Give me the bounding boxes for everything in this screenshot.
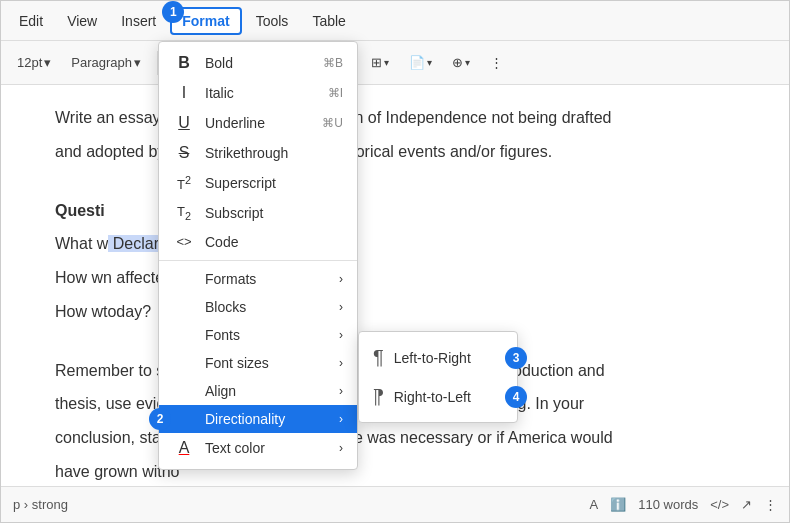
format-directionality[interactable]: 2 Directionality › <box>159 405 357 433</box>
subscript-label: Subscript <box>205 205 343 221</box>
format-formats[interactable]: Formats › <box>159 265 357 293</box>
format-fonts[interactable]: Fonts › <box>159 321 357 349</box>
underline-shortcut: ⌘U <box>322 116 343 130</box>
question-2: How wn affected? <box>55 265 735 291</box>
ltr-label: Left-to-Right <box>394 350 471 366</box>
toolbar: 12pt ▾ Paragraph ▾ A▾ T²▾ 🔗▾ 🖼️▾ ⊞▾ 📄▾ ⊕… <box>1 41 789 85</box>
text-color-icon: A <box>173 439 195 457</box>
formats-arrow: › <box>339 272 343 286</box>
bold-shortcut: ⌘B <box>323 56 343 70</box>
info-icon[interactable]: ℹ️ <box>610 497 626 512</box>
italic-shortcut: ⌘I <box>328 86 343 100</box>
step-1-badge: 1 <box>162 1 184 23</box>
font-sizes-arrow: › <box>339 356 343 370</box>
format-underline[interactable]: U Underline ⌘U <box>159 108 357 138</box>
toolbar-embed[interactable]: ⊕▾ <box>444 51 478 74</box>
toolbar-table[interactable]: ⊞▾ <box>363 51 397 74</box>
underline-icon: U <box>173 114 195 132</box>
format-strikethrough[interactable]: S Strikethrough <box>159 138 357 168</box>
code-label: Code <box>205 234 343 250</box>
fonts-label: Fonts <box>205 327 329 343</box>
status-bar-right: A ℹ️ 110 words </> ↗ ⋮ <box>590 497 777 512</box>
toolbar-doc[interactable]: 📄▾ <box>401 51 440 74</box>
menu-insert[interactable]: Insert <box>111 9 166 33</box>
menu-edit[interactable]: Edit <box>9 9 53 33</box>
fonts-arrow: › <box>339 328 343 342</box>
editor-body[interactable]: Write an essay desations of the Declarat… <box>1 85 789 486</box>
text-color-label: Text color <box>205 440 329 456</box>
bold-label: Bold <box>205 55 313 71</box>
code-icon: <> <box>173 234 195 249</box>
format-bold[interactable]: B Bold ⌘B <box>159 48 357 78</box>
subscript-icon: T2 <box>173 204 195 222</box>
format-font-sizes[interactable]: Font sizes › <box>159 349 357 377</box>
paragraph-1: Write an essay desations of the Declarat… <box>55 105 735 131</box>
format-italic[interactable]: I Italic ⌘I <box>159 78 357 108</box>
ltr-icon: ¶ <box>373 346 384 369</box>
superscript-icon: T2 <box>173 174 195 192</box>
format-subscript[interactable]: T2 Subscript <box>159 198 357 228</box>
paragraph-2d: have grown witho <box>55 459 735 485</box>
directionality-label: Directionality <box>205 411 329 427</box>
format-align[interactable]: Align › <box>159 377 357 405</box>
blocks-label: Blocks <box>205 299 329 315</box>
rtl-icon: ¶ <box>373 385 384 408</box>
questions-label: Questi <box>55 198 735 224</box>
formats-label: Formats <box>205 271 329 287</box>
question-3: How wtoday? <box>55 299 735 325</box>
question-1: What w Declaration had not been signed? <box>55 231 735 257</box>
italic-icon: I <box>173 84 195 102</box>
status-bar: p › strong A ℹ️ 110 words </> ↗ ⋮ <box>1 486 789 522</box>
rtl-option[interactable]: ¶ Right-to-Left 4 <box>359 377 517 416</box>
ltr-option[interactable]: ¶ Left-to-Right 3 <box>359 338 517 377</box>
superscript-label: Superscript <box>205 175 343 191</box>
bold-icon: B <box>173 54 195 72</box>
menu-tools[interactable]: Tools <box>246 9 299 33</box>
font-size-selector[interactable]: 12pt ▾ <box>9 51 59 74</box>
toolbar-overflow[interactable]: ⋮ <box>482 51 511 74</box>
align-label: Align <box>205 383 329 399</box>
menu-format[interactable]: 1 Format <box>170 7 241 35</box>
step-3-badge: 3 <box>505 347 527 369</box>
directionality-arrow: › <box>339 412 343 426</box>
font-sizes-label: Font sizes <box>205 355 329 371</box>
expand-button[interactable]: ↗ <box>741 497 752 512</box>
format-divider <box>159 260 357 261</box>
paragraph-style-selector[interactable]: Paragraph ▾ <box>63 51 149 74</box>
code-view-button[interactable]: </> <box>710 497 729 512</box>
step-2-badge: 2 <box>149 408 171 430</box>
word-count: 110 words <box>638 497 698 512</box>
font-color-icon[interactable]: A <box>590 497 599 512</box>
italic-label: Italic <box>205 85 318 101</box>
format-dropdown-overlay: B Bold ⌘B I Italic ⌘I U Underline ⌘U S S… <box>158 41 358 470</box>
menu-bar: Edit View Insert 1 Format Tools Table <box>1 1 789 41</box>
editor-container: Edit View Insert 1 Format Tools Table 12… <box>0 0 790 523</box>
more-options-button[interactable]: ⋮ <box>764 497 777 512</box>
text-color-arrow: › <box>339 441 343 455</box>
menu-view[interactable]: View <box>57 9 107 33</box>
blocks-arrow: › <box>339 300 343 314</box>
format-superscript[interactable]: T2 Superscript <box>159 168 357 198</box>
strikethrough-icon: S <box>173 144 195 162</box>
format-code[interactable]: <> Code <box>159 228 357 256</box>
strikethrough-label: Strikethrough <box>205 145 343 161</box>
directionality-submenu: ¶ Left-to-Right 3 ¶ Right-to-Left 4 <box>358 331 518 423</box>
format-dropdown: B Bold ⌘B I Italic ⌘I U Underline ⌘U S S… <box>158 41 358 470</box>
paragraph-1b: and adopted by theications on 3 major hi… <box>55 139 735 165</box>
format-blocks[interactable]: Blocks › <box>159 293 357 321</box>
format-text-color[interactable]: A Text color › <box>159 433 357 463</box>
step-4-badge: 4 <box>505 386 527 408</box>
menu-table[interactable]: Table <box>302 9 355 33</box>
underline-label: Underline <box>205 115 312 131</box>
element-indicator: p › strong <box>13 497 68 512</box>
align-arrow: › <box>339 384 343 398</box>
rtl-label: Right-to-Left <box>394 389 471 405</box>
